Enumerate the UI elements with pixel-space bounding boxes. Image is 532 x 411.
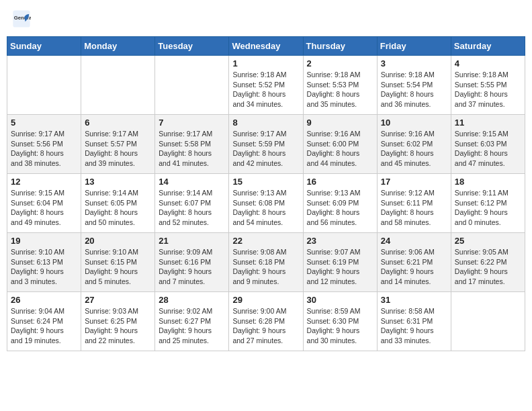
calendar-day-cell (451, 292, 525, 351)
day-info: Sunrise: 9:16 AMSunset: 6:00 PMDaylight:… (307, 129, 373, 169)
day-info: Sunrise: 9:00 AMSunset: 6:28 PMDaylight:… (232, 306, 299, 346)
calendar-day-cell: 2Sunrise: 9:18 AMSunset: 5:53 PMDaylight… (303, 56, 377, 115)
logo: General (12, 9, 32, 28)
day-info: Sunrise: 9:14 AMSunset: 6:05 PMDaylight:… (85, 188, 151, 228)
calendar-day-cell: 20Sunrise: 9:10 AMSunset: 6:15 PMDayligh… (81, 233, 155, 292)
calendar-table: SundayMondayTuesdayWednesdayThursdayFrid… (7, 36, 525, 351)
day-number: 3 (381, 58, 447, 68)
calendar-day-cell: 17Sunrise: 9:12 AMSunset: 6:11 PMDayligh… (377, 174, 451, 233)
day-of-week-header: Thursday (303, 37, 377, 56)
day-info: Sunrise: 9:17 AMSunset: 5:59 PMDaylight:… (232, 129, 299, 169)
day-number: 5 (11, 118, 77, 128)
day-number: 24 (381, 236, 447, 246)
day-number: 20 (85, 236, 151, 246)
day-number: 30 (307, 295, 373, 305)
day-of-week-header: Monday (81, 37, 155, 56)
day-info: Sunrise: 9:02 AMSunset: 6:27 PMDaylight:… (159, 306, 225, 346)
calendar-day-cell: 5Sunrise: 9:17 AMSunset: 5:56 PMDaylight… (7, 115, 81, 174)
calendar-day-cell: 24Sunrise: 9:06 AMSunset: 6:21 PMDayligh… (377, 233, 451, 292)
day-info: Sunrise: 9:11 AMSunset: 6:12 PMDaylight:… (455, 188, 521, 228)
day-number: 7 (159, 118, 225, 128)
day-number: 22 (232, 236, 299, 246)
day-of-week-header: Saturday (451, 37, 525, 56)
day-info: Sunrise: 9:16 AMSunset: 6:02 PMDaylight:… (381, 129, 447, 169)
calendar-day-cell (7, 56, 81, 115)
day-info: Sunrise: 9:06 AMSunset: 6:21 PMDaylight:… (381, 247, 447, 287)
day-info: Sunrise: 9:17 AMSunset: 5:57 PMDaylight:… (85, 129, 151, 169)
day-number: 14 (159, 177, 225, 187)
calendar-day-cell: 15Sunrise: 9:13 AMSunset: 6:08 PMDayligh… (229, 174, 303, 233)
day-number: 18 (455, 177, 521, 187)
calendar-day-cell: 10Sunrise: 9:16 AMSunset: 6:02 PMDayligh… (377, 115, 451, 174)
calendar-day-cell (155, 56, 229, 115)
day-info: Sunrise: 9:15 AMSunset: 6:03 PMDaylight:… (455, 129, 521, 169)
day-info: Sunrise: 9:15 AMSunset: 6:04 PMDaylight:… (11, 188, 77, 228)
calendar-day-cell (81, 56, 155, 115)
day-info: Sunrise: 9:08 AMSunset: 6:18 PMDaylight:… (232, 247, 299, 287)
day-info: Sunrise: 8:58 AMSunset: 6:31 PMDaylight:… (381, 306, 447, 346)
calendar-day-cell: 3Sunrise: 9:18 AMSunset: 5:54 PMDaylight… (377, 56, 451, 115)
day-number: 11 (455, 118, 521, 128)
day-number: 4 (455, 58, 521, 68)
day-info: Sunrise: 9:09 AMSunset: 6:16 PMDaylight:… (159, 247, 225, 287)
day-number: 27 (85, 295, 151, 305)
calendar-day-cell: 23Sunrise: 9:07 AMSunset: 6:19 PMDayligh… (303, 233, 377, 292)
calendar-day-cell: 28Sunrise: 9:02 AMSunset: 6:27 PMDayligh… (155, 292, 229, 351)
calendar-day-cell: 30Sunrise: 8:59 AMSunset: 6:30 PMDayligh… (303, 292, 377, 351)
day-of-week-header: Friday (377, 37, 451, 56)
calendar-day-cell: 14Sunrise: 9:14 AMSunset: 6:07 PMDayligh… (155, 174, 229, 233)
day-info: Sunrise: 9:10 AMSunset: 6:15 PMDaylight:… (85, 247, 151, 287)
day-info: Sunrise: 9:17 AMSunset: 5:56 PMDaylight:… (11, 129, 77, 169)
calendar-day-cell: 19Sunrise: 9:10 AMSunset: 6:13 PMDayligh… (7, 233, 81, 292)
day-number: 21 (159, 236, 225, 246)
day-number: 16 (307, 177, 373, 187)
calendar-day-cell: 18Sunrise: 9:11 AMSunset: 6:12 PMDayligh… (451, 174, 525, 233)
calendar-day-cell: 4Sunrise: 9:18 AMSunset: 5:55 PMDaylight… (451, 56, 525, 115)
calendar-week-row: 26Sunrise: 9:04 AMSunset: 6:24 PMDayligh… (7, 292, 525, 351)
calendar-day-cell: 6Sunrise: 9:17 AMSunset: 5:57 PMDaylight… (81, 115, 155, 174)
day-number: 6 (85, 118, 151, 128)
calendar-day-cell: 21Sunrise: 9:09 AMSunset: 6:16 PMDayligh… (155, 233, 229, 292)
day-number: 28 (159, 295, 225, 305)
calendar-day-cell: 29Sunrise: 9:00 AMSunset: 6:28 PMDayligh… (229, 292, 303, 351)
logo-icon: General (12, 9, 31, 28)
calendar-day-cell: 26Sunrise: 9:04 AMSunset: 6:24 PMDayligh… (7, 292, 81, 351)
day-info: Sunrise: 9:07 AMSunset: 6:19 PMDaylight:… (307, 247, 373, 287)
day-number: 23 (307, 236, 373, 246)
day-number: 2 (307, 58, 373, 68)
calendar-day-cell: 8Sunrise: 9:17 AMSunset: 5:59 PMDaylight… (229, 115, 303, 174)
day-info: Sunrise: 9:18 AMSunset: 5:55 PMDaylight:… (455, 70, 521, 109)
day-info: Sunrise: 9:18 AMSunset: 5:53 PMDaylight:… (307, 70, 373, 109)
calendar-day-cell: 11Sunrise: 9:15 AMSunset: 6:03 PMDayligh… (451, 115, 525, 174)
calendar-week-row: 12Sunrise: 9:15 AMSunset: 6:04 PMDayligh… (7, 174, 525, 233)
day-info: Sunrise: 9:05 AMSunset: 6:22 PMDaylight:… (455, 247, 521, 287)
day-number: 31 (381, 295, 447, 305)
day-info: Sunrise: 9:03 AMSunset: 6:25 PMDaylight:… (85, 306, 151, 346)
day-info: Sunrise: 9:17 AMSunset: 5:58 PMDaylight:… (159, 129, 225, 169)
day-number: 15 (232, 177, 299, 187)
day-of-week-header: Wednesday (229, 37, 303, 56)
calendar-day-cell: 9Sunrise: 9:16 AMSunset: 6:00 PMDaylight… (303, 115, 377, 174)
day-number: 10 (381, 118, 447, 128)
day-of-week-header: Sunday (7, 37, 81, 56)
calendar-day-cell: 7Sunrise: 9:17 AMSunset: 5:58 PMDaylight… (155, 115, 229, 174)
calendar-day-cell: 13Sunrise: 9:14 AMSunset: 6:05 PMDayligh… (81, 174, 155, 233)
day-info: Sunrise: 9:14 AMSunset: 6:07 PMDaylight:… (159, 188, 225, 228)
day-number: 17 (381, 177, 447, 187)
calendar-week-row: 5Sunrise: 9:17 AMSunset: 5:56 PMDaylight… (7, 115, 525, 174)
page-header: General (7, 7, 525, 31)
day-number: 12 (11, 177, 77, 187)
calendar-day-cell: 25Sunrise: 9:05 AMSunset: 6:22 PMDayligh… (451, 233, 525, 292)
day-info: Sunrise: 9:04 AMSunset: 6:24 PMDaylight:… (11, 306, 77, 346)
day-number: 13 (85, 177, 151, 187)
day-number: 19 (11, 236, 77, 246)
day-number: 8 (232, 118, 299, 128)
day-number: 25 (455, 236, 521, 246)
day-number: 9 (307, 118, 373, 128)
calendar-day-cell: 12Sunrise: 9:15 AMSunset: 6:04 PMDayligh… (7, 174, 81, 233)
calendar-day-cell: 16Sunrise: 9:13 AMSunset: 6:09 PMDayligh… (303, 174, 377, 233)
calendar-day-cell: 27Sunrise: 9:03 AMSunset: 6:25 PMDayligh… (81, 292, 155, 351)
day-info: Sunrise: 8:59 AMSunset: 6:30 PMDaylight:… (307, 306, 373, 346)
day-info: Sunrise: 9:18 AMSunset: 5:52 PMDaylight:… (232, 70, 299, 109)
calendar-day-cell: 1Sunrise: 9:18 AMSunset: 5:52 PMDaylight… (229, 56, 303, 115)
